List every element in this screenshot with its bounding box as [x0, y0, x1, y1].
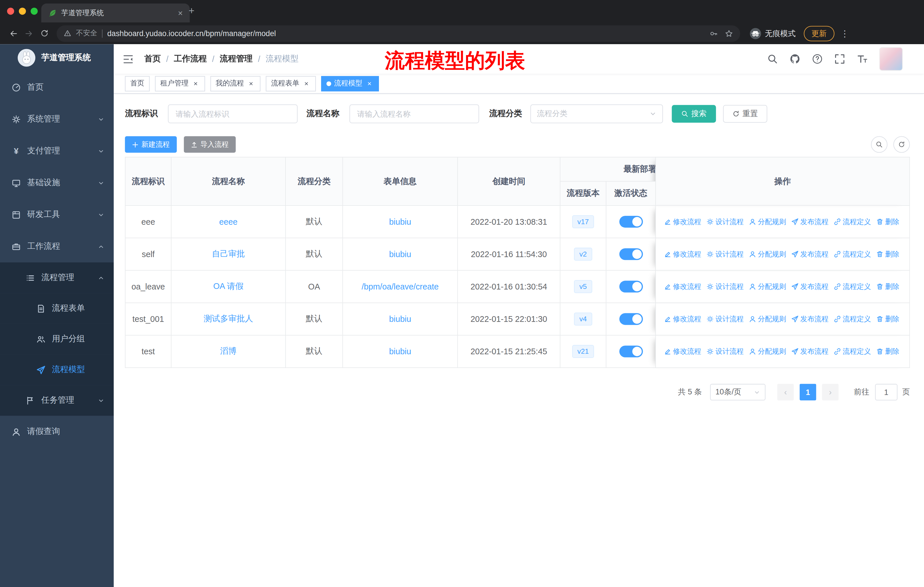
key-icon[interactable] — [710, 29, 718, 38]
tab-close-icon[interactable]: × — [176, 8, 185, 18]
fold-menu-icon[interactable] — [122, 53, 134, 64]
close-icon[interactable]: × — [365, 79, 374, 88]
search-icon[interactable] — [767, 54, 778, 64]
reset-button[interactable]: 重置 — [723, 105, 767, 123]
user-avatar[interactable] — [879, 47, 903, 71]
process-name-link[interactable]: 测试多审批人 — [204, 314, 253, 323]
action-publish-process[interactable]: 发布流程 — [791, 347, 828, 357]
action-publish-process[interactable]: 发布流程 — [791, 249, 828, 259]
next-page-button[interactable]: › — [822, 384, 839, 400]
sidebar-item-task-management[interactable]: 任务管理 — [0, 385, 114, 416]
back-button[interactable] — [6, 25, 21, 41]
action-publish-process[interactable]: 发布流程 — [791, 281, 828, 291]
process-name-link[interactable]: 自己审批 — [212, 249, 245, 258]
action-edit-process[interactable]: 修改流程 — [664, 217, 701, 227]
process-id-input[interactable] — [168, 104, 298, 123]
form-info-link[interactable]: /bpm/oa/leave/create — [361, 282, 439, 291]
action-delete[interactable]: 删除 — [876, 249, 899, 259]
action-delete[interactable]: 删除 — [876, 347, 899, 357]
sidebar-item-devtools[interactable]: 研发工具 — [0, 198, 114, 230]
refresh-table-button[interactable] — [893, 136, 910, 153]
form-info-link[interactable]: biubiu — [389, 217, 411, 227]
action-design-process[interactable]: 设计流程 — [706, 281, 744, 291]
close-icon[interactable]: × — [302, 79, 310, 88]
tab-chip-home[interactable]: 首页 — [125, 76, 150, 91]
sidebar-item-system[interactable]: 系统管理 — [0, 103, 114, 135]
forward-button[interactable] — [21, 25, 36, 41]
action-delete[interactable]: 删除 — [876, 217, 899, 227]
breadcrumb-workflow[interactable]: 工作流程 — [174, 54, 207, 64]
action-design-process[interactable]: 设计流程 — [706, 314, 744, 324]
window-zoom-button[interactable] — [31, 8, 38, 15]
action-process-definition[interactable]: 流程定义 — [834, 314, 871, 324]
import-process-button[interactable]: 导入流程 — [184, 136, 236, 153]
chrome-update-button[interactable]: 更新 — [804, 25, 834, 41]
goto-page-input[interactable] — [875, 384, 898, 400]
category-select[interactable]: 流程分类 — [530, 104, 663, 123]
page-number-1[interactable]: 1 — [800, 384, 816, 400]
url-text[interactable]: dashboard.yudao.iocoder.cn/bpm/manager/m… — [107, 29, 276, 38]
action-assign-rule[interactable]: 分配规则 — [749, 347, 786, 357]
action-edit-process[interactable]: 修改流程 — [664, 281, 701, 291]
fullscreen-icon[interactable] — [834, 54, 845, 64]
sidebar-item-process-model[interactable]: 流程模型 — [0, 354, 114, 385]
process-name-link[interactable]: OA 请假 — [213, 281, 243, 291]
tab-chip-process-model[interactable]: 流程模型 × — [321, 76, 379, 91]
sidebar-item-home[interactable]: 首页 — [0, 71, 114, 103]
active-toggle[interactable] — [619, 346, 642, 357]
sidebar-item-process-form[interactable]: 流程表单 — [0, 293, 114, 324]
action-assign-rule[interactable]: 分配规则 — [749, 314, 786, 324]
reload-button[interactable] — [37, 25, 52, 41]
process-name-link[interactable]: eeee — [219, 217, 238, 227]
action-assign-rule[interactable]: 分配规则 — [749, 217, 786, 227]
window-minimize-button[interactable] — [19, 8, 26, 15]
action-edit-process[interactable]: 修改流程 — [664, 347, 701, 357]
action-edit-process[interactable]: 修改流程 — [664, 314, 701, 324]
breadcrumb-process-management[interactable]: 流程管理 — [220, 54, 252, 64]
sidebar-item-process-management[interactable]: 流程管理 — [0, 263, 114, 293]
new-tab-button[interactable]: + — [185, 5, 198, 18]
close-icon[interactable]: × — [191, 79, 200, 88]
question-icon[interactable] — [812, 54, 823, 64]
close-icon[interactable]: × — [247, 79, 255, 88]
tab-chip-tenant[interactable]: 租户管理 × — [155, 76, 205, 91]
sidebar-item-user-group[interactable]: 用户分组 — [0, 324, 114, 355]
search-button[interactable]: 搜索 — [672, 105, 716, 123]
create-process-button[interactable]: 新建流程 — [125, 136, 177, 153]
window-close-button[interactable] — [7, 8, 14, 15]
action-design-process[interactable]: 设计流程 — [706, 249, 744, 259]
action-publish-process[interactable]: 发布流程 — [791, 217, 828, 227]
browser-menu-icon[interactable]: ⋮ — [840, 28, 849, 39]
form-info-link[interactable]: biubiu — [389, 314, 411, 324]
action-delete[interactable]: 删除 — [876, 314, 899, 324]
sidebar-item-infrastructure[interactable]: 基础设施 — [0, 167, 114, 198]
breadcrumb-home[interactable]: 首页 — [144, 54, 161, 64]
form-info-link[interactable]: biubiu — [389, 347, 411, 356]
sidebar-item-payment[interactable]: ¥ 支付管理 — [0, 135, 114, 167]
action-assign-rule[interactable]: 分配规则 — [749, 249, 786, 259]
security-label[interactable]: 不安全 — [76, 28, 97, 38]
process-name-link[interactable]: 滔博 — [220, 346, 237, 356]
action-design-process[interactable]: 设计流程 — [706, 217, 744, 227]
action-process-definition[interactable]: 流程定义 — [834, 281, 871, 291]
action-process-definition[interactable]: 流程定义 — [834, 249, 871, 259]
browser-tab[interactable]: 芋道管理系统 × — [41, 3, 190, 22]
form-info-link[interactable]: biubiu — [389, 250, 411, 259]
action-assign-rule[interactable]: 分配规则 — [749, 281, 786, 291]
tab-chip-process-form[interactable]: 流程表单 × — [266, 76, 316, 91]
app-logo[interactable]: 芋道管理系统 — [0, 44, 114, 71]
bookmark-star-icon[interactable] — [725, 29, 733, 38]
process-name-input[interactable] — [350, 104, 479, 123]
action-design-process[interactable]: 设计流程 — [706, 347, 744, 357]
active-toggle[interactable] — [619, 216, 642, 228]
sidebar-item-workflow[interactable]: 工作流程 — [0, 230, 114, 262]
action-publish-process[interactable]: 发布流程 — [791, 314, 828, 324]
active-toggle[interactable] — [619, 248, 642, 260]
prev-page-button[interactable]: ‹ — [777, 384, 794, 400]
page-size-select[interactable]: 10条/页 — [710, 384, 765, 400]
address-bar[interactable]: 不安全 dashboard.yudao.iocoder.cn/bpm/manag… — [57, 25, 741, 41]
tab-chip-my-process[interactable]: 我的流程 × — [210, 76, 261, 91]
action-edit-process[interactable]: 修改流程 — [664, 249, 701, 259]
action-delete[interactable]: 删除 — [876, 281, 899, 291]
action-process-definition[interactable]: 流程定义 — [834, 217, 871, 227]
